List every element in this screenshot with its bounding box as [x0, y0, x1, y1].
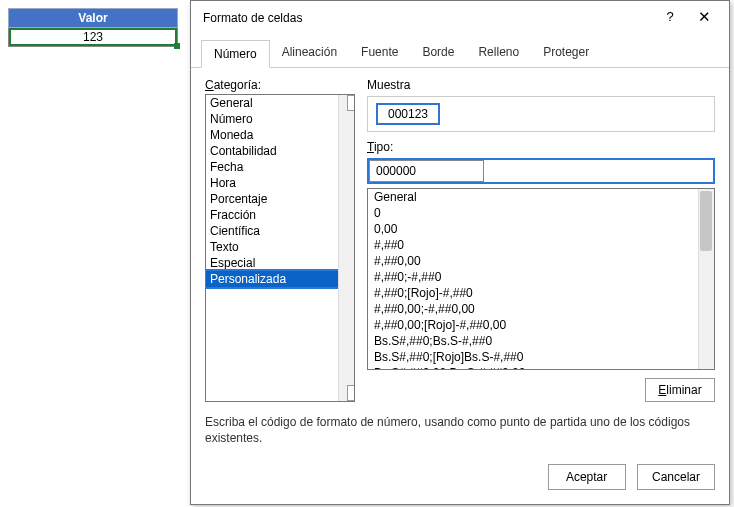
category-item[interactable]: Científica	[206, 223, 354, 239]
column-header: Valor	[8, 8, 178, 28]
active-cell[interactable]: 123	[8, 28, 178, 47]
close-button[interactable]: ✕	[687, 7, 721, 29]
dialog-body: Categoría: General Número Moneda Contabi…	[191, 68, 729, 454]
category-item[interactable]: Fracción	[206, 207, 354, 223]
category-item[interactable]: Hora	[206, 175, 354, 191]
category-item[interactable]: Moneda	[206, 127, 354, 143]
format-item[interactable]: #,##0;[Rojo]-#,##0	[368, 285, 698, 301]
scroll-up-icon[interactable]: ▲	[347, 95, 355, 111]
format-item[interactable]: General	[368, 189, 698, 205]
fill-handle[interactable]	[174, 43, 180, 49]
ok-button[interactable]: Aceptar	[548, 464, 626, 490]
dialog-titlebar: Formato de celdas ? ✕	[191, 1, 729, 35]
tab-proteger[interactable]: Proteger	[531, 39, 601, 67]
format-item[interactable]: 0,00	[368, 221, 698, 237]
category-listbox[interactable]: General Número Moneda Contabilidad Fecha…	[205, 94, 355, 402]
format-cells-dialog: Formato de celdas ? ✕ Número Alineación …	[190, 0, 730, 505]
tab-fuente[interactable]: Fuente	[349, 39, 410, 67]
format-item[interactable]: #,##0;-#,##0	[368, 269, 698, 285]
format-item[interactable]: #,##0,00;-#,##0,00	[368, 301, 698, 317]
format-item[interactable]: #,##0,00;[Rojo]-#,##0,00	[368, 317, 698, 333]
category-item-selected[interactable]: Personalizada	[206, 271, 354, 287]
category-item[interactable]: Porcentaje	[206, 191, 354, 207]
format-item[interactable]: Bs.S#,##0;[Rojo]Bs.S-#,##0	[368, 349, 698, 365]
category-item[interactable]: Especial	[206, 255, 354, 271]
cancel-button[interactable]: Cancelar	[637, 464, 715, 490]
format-scrollbar[interactable]	[698, 189, 714, 369]
type-label: Tipo:	[367, 140, 715, 154]
tab-numero[interactable]: Número	[201, 40, 270, 68]
help-button[interactable]: ?	[653, 7, 687, 29]
scroll-down-icon[interactable]: ▼	[347, 385, 355, 401]
spreadsheet-snippet: Valor 123	[8, 8, 178, 47]
sample-value: 000123	[376, 103, 440, 125]
category-label: Categoría:	[205, 78, 355, 92]
category-item[interactable]: Número	[206, 111, 354, 127]
category-item[interactable]: Contabilidad	[206, 143, 354, 159]
category-item[interactable]: General	[206, 95, 354, 111]
format-item[interactable]: 0	[368, 205, 698, 221]
category-scrollbar[interactable]: ▲ ▼	[338, 95, 354, 401]
format-listbox[interactable]: General 0 0,00 #,##0 #,##0,00 #,##0;-#,#…	[367, 188, 715, 370]
cell-value: 123	[83, 30, 103, 44]
format-item[interactable]: Bs.S#,##0;Bs.S-#,##0	[368, 333, 698, 349]
tab-alineacion[interactable]: Alineación	[270, 39, 349, 67]
category-item[interactable]: Texto	[206, 239, 354, 255]
sample-field: 000123	[367, 96, 715, 132]
dialog-footer: Aceptar Cancelar	[191, 454, 729, 504]
type-highlight	[367, 158, 715, 184]
dialog-title: Formato de celdas	[203, 11, 653, 25]
type-input[interactable]	[369, 160, 484, 182]
delete-button[interactable]: Eliminar	[645, 378, 715, 402]
tab-relleno[interactable]: Relleno	[466, 39, 531, 67]
tab-borde[interactable]: Borde	[410, 39, 466, 67]
category-item[interactable]: Fecha	[206, 159, 354, 175]
format-item[interactable]: #,##0,00	[368, 253, 698, 269]
scroll-thumb[interactable]	[700, 191, 712, 251]
format-item[interactable]: Bs.S#,##0,00;Bs.S-#,##0,00	[368, 365, 698, 369]
sample-label: Muestra	[367, 78, 715, 92]
dialog-tabs: Número Alineación Fuente Borde Relleno P…	[191, 39, 729, 68]
format-hint: Escriba el código de formato de número, …	[205, 414, 715, 446]
format-item[interactable]: #,##0	[368, 237, 698, 253]
